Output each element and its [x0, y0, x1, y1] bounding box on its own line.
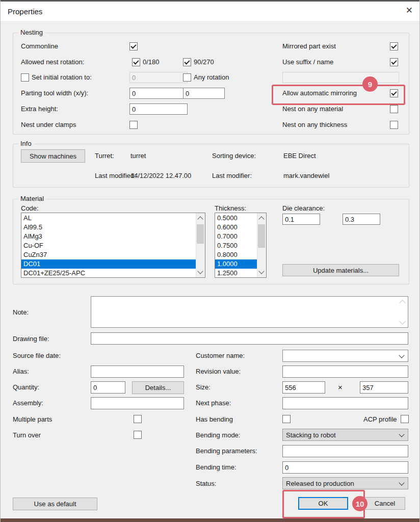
rotation-0-180-checkbox[interactable]	[132, 58, 140, 66]
acp-profile-checkbox[interactable]	[401, 415, 409, 423]
bending-time-input[interactable]	[282, 461, 408, 474]
window-title: Properties	[8, 7, 42, 16]
next-phase-label: Next phase:	[196, 399, 231, 407]
note-textarea[interactable]	[91, 296, 408, 328]
bending-mode-label: Bending mode:	[196, 431, 240, 439]
assembly-input[interactable]	[91, 397, 184, 409]
turn-over-label: Turn over	[13, 431, 41, 439]
customer-name-select[interactable]	[282, 350, 408, 362]
material-code-listbox[interactable]: ALAl99.5AlMg3Cu-OFCuZn37DC01DC01+ZE25/25…	[21, 213, 205, 278]
list-item[interactable]: DC01	[21, 259, 196, 269]
chevron-down-icon	[399, 431, 404, 437]
list-item[interactable]: AL	[21, 214, 196, 223]
set-initial-rotation-checkbox[interactable]	[21, 73, 29, 82]
nest-any-thickness-checkbox[interactable]	[390, 121, 398, 129]
drawing-file-label: Drawing file:	[13, 335, 49, 343]
ok-button[interactable]: OK	[298, 497, 348, 510]
die-clearance-label: Die clearance:	[282, 204, 325, 213]
has-bending-checkbox[interactable]	[282, 415, 291, 423]
status-label: Status:	[196, 480, 216, 488]
die-clearance-1-input[interactable]	[282, 214, 320, 225]
commonline-checkbox[interactable]	[129, 42, 138, 50]
scroll-down-icon[interactable]	[258, 268, 264, 274]
show-machines-button[interactable]: Show machines	[21, 149, 85, 163]
list-item[interactable]: CuZn37	[21, 250, 196, 259]
die-clearance-2-input[interactable]	[343, 214, 380, 225]
rotation-90-270-checkbox[interactable]	[183, 58, 191, 66]
details-button[interactable]: Details...	[132, 381, 184, 394]
nest-any-material-label: Nest on any material	[282, 105, 343, 113]
bending-parameters-input[interactable]	[282, 445, 408, 457]
list-item[interactable]: 0.7500	[215, 241, 257, 250]
mirrored-part-checkbox[interactable]	[390, 42, 398, 50]
drawing-file-input[interactable]	[91, 332, 408, 345]
chevron-down-icon	[399, 352, 404, 358]
bending-mode-select[interactable]: Stacking to robot	[282, 429, 408, 441]
cancel-button[interactable]: Cancel	[364, 497, 405, 510]
code-label: Code:	[21, 204, 39, 213]
suffix-name-input[interactable]	[282, 72, 399, 83]
chevron-down-icon	[399, 480, 404, 485]
title-bar: Properties ✕	[1, 2, 419, 21]
initial-rotation-input[interactable]	[129, 72, 188, 83]
allow-automatic-mirroring-checkbox[interactable]	[390, 89, 398, 97]
sorting-device-value: EBE Direct	[283, 152, 316, 160]
list-item[interactable]: AlMg3	[21, 232, 196, 241]
next-phase-input[interactable]	[282, 397, 408, 409]
nesting-legend: Nesting	[18, 29, 45, 37]
thickness-listbox[interactable]: 0.50000.60000.70000.75000.80001.00001.25…	[215, 213, 267, 278]
quantity-input[interactable]	[91, 381, 125, 394]
nesting-group: Nesting	[13, 33, 409, 135]
thickness-list-scrollbar[interactable]	[257, 213, 266, 277]
turret-label: Turret:	[95, 152, 114, 160]
list-item[interactable]: 1.0000	[215, 259, 257, 269]
scroll-up-icon[interactable]	[197, 216, 203, 222]
status-select[interactable]: Released to production	[282, 477, 408, 489]
size-height-input[interactable]	[360, 381, 408, 394]
code-list-scrollbar[interactable]	[196, 213, 205, 277]
any-rotation-checkbox[interactable]	[183, 73, 191, 82]
list-item[interactable]: 1.2500	[215, 269, 257, 277]
parting-width-x-input[interactable]	[129, 88, 188, 99]
close-icon[interactable]: ✕	[406, 6, 413, 16]
info-legend: Info	[18, 140, 34, 148]
scroll-up-icon[interactable]	[258, 216, 264, 222]
turret-value: turret	[130, 152, 146, 160]
customer-name-label: Customer name:	[196, 352, 245, 360]
material-legend: Material	[18, 195, 46, 203]
update-materials-button[interactable]: Update materials...	[282, 264, 399, 276]
revision-value-input[interactable]	[282, 366, 408, 378]
use-suffix-checkbox[interactable]	[390, 58, 398, 66]
use-as-default-button[interactable]: Use as default	[13, 498, 97, 510]
list-item[interactable]: Cu-OF	[21, 241, 196, 250]
allowed-rotation-label: Allowed nest rotation:	[21, 58, 84, 66]
size-width-input[interactable]	[282, 381, 325, 394]
scrollbar-thumb[interactable]	[197, 224, 204, 244]
list-item[interactable]: 0.7000	[215, 232, 257, 241]
parting-width-y-input[interactable]	[183, 88, 225, 99]
mirrored-part-label: Mirrored part exist	[282, 42, 336, 50]
alias-input[interactable]	[91, 366, 184, 378]
acp-profile-label: ACP profile	[363, 415, 397, 424]
list-item[interactable]: 0.5000	[215, 214, 257, 223]
extra-height-input[interactable]	[129, 103, 188, 115]
list-item[interactable]: DC01+ZE25/25-APC	[21, 269, 196, 277]
list-item[interactable]: 0.8000	[215, 250, 257, 259]
scrollbar-thumb[interactable]	[258, 224, 265, 248]
any-rotation-label: Any rotation	[194, 73, 229, 82]
list-item[interactable]: 0.6000	[215, 223, 257, 232]
last-modified-value: 14/12/2022 12.47.00	[130, 172, 191, 180]
nest-any-material-checkbox[interactable]	[390, 105, 398, 113]
rotation-0-180-label: 0/180	[143, 58, 160, 66]
turn-over-checkbox[interactable]	[134, 431, 142, 439]
source-file-date-label: Source file date:	[13, 352, 61, 360]
has-bending-label: Has bending	[196, 415, 233, 424]
annotation-badge-9: 9	[362, 76, 378, 92]
multiple-parts-checkbox[interactable]	[134, 415, 142, 423]
status-value: Released to production	[286, 480, 354, 487]
scroll-down-icon[interactable]	[197, 268, 203, 274]
screenshot-bottom-border	[1, 518, 419, 522]
nest-under-clamps-checkbox[interactable]	[129, 121, 138, 129]
assembly-label: Assembly:	[13, 399, 43, 407]
list-item[interactable]: Al99.5	[21, 223, 196, 232]
